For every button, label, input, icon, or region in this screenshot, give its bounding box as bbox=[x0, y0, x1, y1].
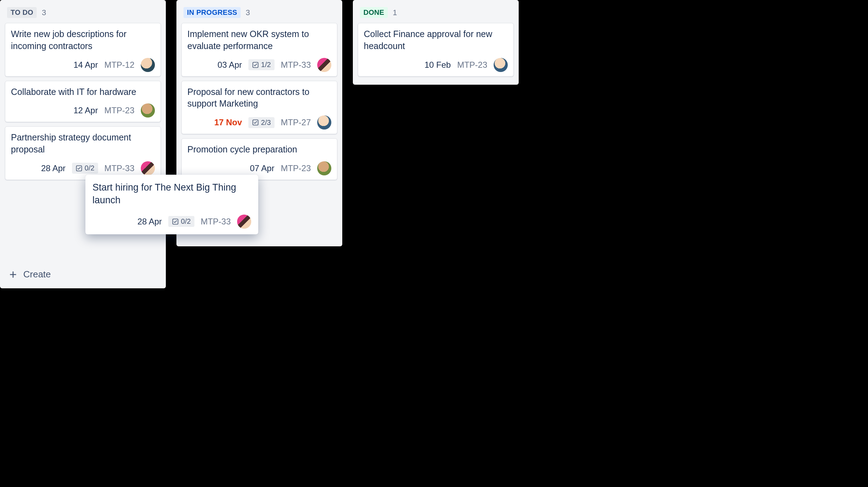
card-list: Collect Finance approval for new headcou… bbox=[358, 23, 514, 77]
card-title: Proposal for new contractors to support … bbox=[187, 86, 331, 110]
card[interactable]: Proposal for new contractors to support … bbox=[181, 81, 337, 134]
due-date: 14 Apr bbox=[73, 60, 98, 70]
column-header: TO DO 3 bbox=[5, 5, 161, 23]
due-date: 28 Apr bbox=[41, 163, 65, 173]
card-title: Collaborate with IT for hardware bbox=[11, 86, 155, 98]
subtask-badge: 0/2 bbox=[168, 216, 194, 227]
column-header: IN PROGRESS 3 bbox=[181, 5, 337, 23]
kanban-board: TO DO 3 Write new job descriptions for i… bbox=[0, 0, 868, 487]
card-title: Write new job descriptions for incoming … bbox=[11, 28, 155, 52]
column-title: IN PROGRESS bbox=[183, 7, 241, 18]
assignee-avatar[interactable] bbox=[141, 161, 155, 175]
card-meta: 28 Apr 0/2 MTP-33 bbox=[92, 215, 251, 229]
card[interactable]: Promotion cycle preparation 07 Apr MTP-2… bbox=[181, 138, 337, 180]
assignee-avatar[interactable] bbox=[494, 58, 508, 72]
due-date: 10 Feb bbox=[424, 60, 451, 70]
subtask-badge: 2/3 bbox=[248, 117, 275, 128]
assignee-avatar[interactable] bbox=[317, 161, 331, 175]
card-meta: 12 Apr MTP-23 bbox=[11, 103, 155, 118]
subtask-badge: 1/2 bbox=[248, 59, 275, 70]
card[interactable]: Collaborate with IT for hardware 12 Apr … bbox=[5, 81, 161, 122]
due-date: 28 Apr bbox=[137, 217, 162, 227]
card-title: Start hiring for The Next Big Thing laun… bbox=[92, 181, 251, 207]
ticket-id: MTP-12 bbox=[104, 60, 134, 70]
column-count: 3 bbox=[246, 8, 250, 17]
card-meta: 14 Apr MTP-12 bbox=[11, 58, 155, 72]
column-count: 1 bbox=[393, 8, 397, 17]
column-count: 3 bbox=[42, 8, 46, 17]
ticket-id: MTP-23 bbox=[281, 163, 311, 173]
column-todo[interactable]: TO DO 3 Write new job descriptions for i… bbox=[0, 0, 166, 288]
card-meta: 28 Apr 0/2 MTP-33 bbox=[11, 161, 155, 175]
subtask-badge: 0/2 bbox=[72, 163, 98, 174]
checklist-icon bbox=[76, 165, 83, 172]
subtask-count: 2/3 bbox=[261, 119, 271, 127]
card-title: Implement new OKR system to evaluate per… bbox=[187, 28, 331, 52]
assignee-avatar[interactable] bbox=[317, 115, 331, 130]
due-date: 07 Apr bbox=[250, 163, 274, 173]
due-date: 03 Apr bbox=[217, 60, 242, 70]
ticket-id: MTP-33 bbox=[281, 60, 311, 70]
checklist-icon bbox=[172, 218, 179, 225]
column-title: TO DO bbox=[7, 7, 37, 18]
card-list: Write new job descriptions for incoming … bbox=[5, 23, 161, 180]
card-title: Partnership strategy document proposal bbox=[11, 132, 155, 156]
create-button[interactable]: Create bbox=[5, 267, 54, 282]
card-title: Collect Finance approval for new headcou… bbox=[364, 28, 508, 52]
dragging-card[interactable]: Start hiring for The Next Big Thing laun… bbox=[85, 175, 258, 234]
subtask-count: 1/2 bbox=[261, 61, 271, 69]
card-list: Implement new OKR system to evaluate per… bbox=[181, 23, 337, 180]
ticket-id: MTP-33 bbox=[104, 163, 134, 173]
assignee-avatar[interactable] bbox=[141, 103, 155, 118]
subtask-count: 0/2 bbox=[181, 217, 191, 226]
card[interactable]: Partnership strategy document proposal 2… bbox=[5, 126, 161, 180]
ticket-id: MTP-23 bbox=[457, 60, 487, 70]
card-meta: 03 Apr 1/2 MTP-33 bbox=[187, 58, 331, 72]
ticket-id: MTP-33 bbox=[201, 217, 231, 227]
column-title: DONE bbox=[360, 7, 388, 18]
card-meta: 10 Feb MTP-23 bbox=[364, 58, 508, 72]
card-meta: 07 Apr MTP-23 bbox=[187, 161, 331, 175]
card[interactable]: Implement new OKR system to evaluate per… bbox=[181, 23, 337, 77]
column-done[interactable]: DONE 1 Collect Finance approval for new … bbox=[353, 0, 519, 85]
card[interactable]: Write new job descriptions for incoming … bbox=[5, 23, 161, 77]
card-meta: 17 Nov 2/3 MTP-27 bbox=[187, 115, 331, 130]
card-title: Promotion cycle preparation bbox=[187, 144, 331, 156]
assignee-avatar[interactable] bbox=[237, 215, 251, 229]
column-header: DONE 1 bbox=[358, 5, 514, 23]
subtask-count: 0/2 bbox=[85, 164, 95, 172]
due-date-overdue: 17 Nov bbox=[214, 118, 242, 127]
create-label: Create bbox=[23, 269, 51, 280]
checklist-icon bbox=[252, 61, 259, 68]
ticket-id: MTP-27 bbox=[281, 118, 311, 127]
plus-icon bbox=[8, 270, 18, 279]
assignee-avatar[interactable] bbox=[317, 58, 331, 72]
ticket-id: MTP-23 bbox=[104, 106, 134, 115]
card[interactable]: Collect Finance approval for new headcou… bbox=[358, 23, 514, 77]
checklist-icon bbox=[252, 119, 259, 126]
due-date: 12 Apr bbox=[73, 106, 98, 115]
assignee-avatar[interactable] bbox=[141, 58, 155, 72]
